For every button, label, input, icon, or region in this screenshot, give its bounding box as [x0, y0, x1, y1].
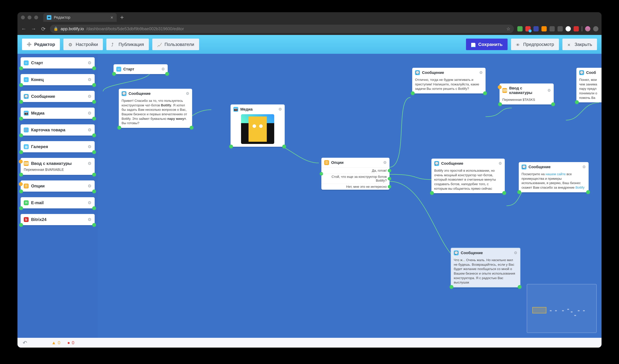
gear-icon[interactable]: ⚙ [514, 251, 517, 255]
port-in[interactable] [498, 102, 502, 106]
port-in[interactable] [19, 150, 23, 154]
sidebar-block-flow[interactable]: Старт⚙ [21, 57, 95, 69]
close-window-button[interactable] [21, 15, 25, 19]
minimize-window-button[interactable] [28, 15, 31, 19]
port-out[interactable] [502, 191, 506, 195]
reload-button[interactable]: ⟳ [40, 26, 46, 32]
port-out[interactable] [92, 190, 96, 193]
port-in[interactable] [411, 91, 415, 95]
port-out[interactable] [551, 102, 555, 106]
tab-close-icon[interactable]: × [111, 15, 113, 20]
gear-icon[interactable]: ⚙ [88, 60, 92, 65]
option-row[interactable]: Да, готов! [321, 168, 390, 174]
option-row[interactable]: Нет, мне это не интересно [321, 183, 390, 190]
tab-users[interactable]: Пользователи [152, 39, 199, 50]
sidebar-block-mail[interactable]: E-mail⚙ [21, 197, 95, 208]
minimap-viewport[interactable] [532, 307, 546, 313]
sidebar-block-card[interactable]: Карточка товара⚙ [21, 124, 95, 136]
extension-icon[interactable] [541, 26, 547, 31]
port-out[interactable] [483, 91, 487, 95]
maximize-window-button[interactable] [34, 15, 38, 19]
port-in[interactable] [19, 206, 23, 210]
minimap[interactable] [527, 284, 597, 333]
port-in[interactable] [19, 190, 23, 193]
node-start[interactable]: Старт⚙ [113, 64, 168, 74]
extension-icon[interactable] [558, 26, 563, 31]
port-out[interactable] [92, 83, 96, 87]
port-in[interactable] [517, 190, 521, 194]
port-in[interactable] [19, 100, 23, 104]
tab-editor[interactable]: Редактор [22, 39, 60, 50]
port-in[interactable] [19, 83, 23, 87]
node-message-tasks[interactable]: Сообщение⚙ Отлично, тогда не будем затяг… [412, 68, 486, 93]
sidebar-block-bx[interactable]: Bitrix24⚙ [21, 214, 95, 225]
gear-icon[interactable]: ⚙ [88, 144, 92, 149]
sidebar-block-flow[interactable]: Конец⚙ [21, 74, 95, 85]
port-out[interactable] [92, 223, 96, 227]
node-message-about[interactable]: Сообщение⚙ Botlify это простой в использ… [431, 159, 505, 193]
port-in[interactable] [575, 100, 579, 104]
port-in[interactable] [229, 145, 233, 148]
extension-icon[interactable] [574, 26, 579, 31]
port-in[interactable] [19, 133, 23, 137]
sidebar-block-msg[interactable]: Сообщение⚙ [21, 91, 95, 102]
port-out[interactable] [92, 117, 96, 121]
save-button[interactable]: Сохранить [466, 39, 507, 50]
port-in-trigger[interactable] [19, 182, 23, 186]
sidebar-block-gal[interactable]: Галерея⚙ [21, 141, 95, 152]
port-out[interactable] [388, 169, 391, 172]
port-in-trigger[interactable] [498, 85, 502, 89]
node-media[interactable]: Медиа⚙ [231, 104, 285, 147]
port-out[interactable] [92, 173, 96, 177]
port-out[interactable] [190, 126, 194, 130]
port-out[interactable] [165, 72, 169, 76]
gear-icon[interactable]: ⚙ [278, 107, 282, 112]
node-message-clipped[interactable]: Сооб Понял, мои чем занима пару предл по… [577, 68, 602, 102]
undo-button[interactable]: ↶ [23, 340, 27, 346]
bookmark-star-icon[interactable]: ☆ [506, 26, 510, 32]
port-in[interactable] [19, 173, 23, 177]
gear-icon[interactable]: ⚙ [582, 165, 586, 169]
port-out[interactable] [518, 285, 521, 289]
port-out[interactable] [92, 133, 96, 137]
option-row[interactable]: Стой, что еще за конструктор ботов Botli… [321, 174, 390, 183]
extension-icon[interactable] [534, 26, 539, 31]
gear-icon[interactable]: ⚙ [88, 200, 92, 205]
sidebar-block-kb[interactable]: Ввод с клавиатуры⚙Переменная $VARIABLE [21, 158, 95, 175]
blocks-sidebar[interactable]: Старт⚙Конец⚙Сообщение⚙Медиа⚙Карточка тов… [17, 54, 98, 338]
new-tab-button[interactable]: + [120, 14, 124, 21]
port-out[interactable] [92, 100, 96, 104]
node-options[interactable]: Опции⚙ Да, готов! Стой, что еще за конст… [321, 158, 390, 190]
browser-tab[interactable]: Редактор × [43, 13, 117, 22]
gear-icon[interactable]: ⚙ [88, 94, 92, 99]
gear-icon[interactable]: ⚙ [547, 88, 551, 93]
port-out[interactable] [92, 66, 96, 70]
port-in[interactable] [430, 191, 434, 195]
node-message-intro[interactable]: Сообщение⚙ Привет! Спасибо за то, что по… [119, 89, 192, 128]
port-out[interactable] [388, 185, 391, 188]
gear-icon[interactable]: ⚙ [498, 161, 502, 166]
port-in[interactable] [19, 223, 23, 227]
gear-icon[interactable]: ⚙ [186, 91, 189, 96]
node-keyboard-input[interactable]: Ввод с клавиатуры⚙ Переменная $TASKS [500, 84, 554, 104]
extension-icon[interactable] [525, 26, 531, 31]
port-out[interactable] [282, 145, 286, 148]
port-out[interactable] [92, 206, 96, 210]
back-button[interactable]: ← [21, 26, 27, 32]
profile-avatar[interactable] [585, 26, 590, 31]
port-in[interactable] [19, 117, 23, 121]
gear-icon[interactable]: ⚙ [161, 67, 165, 71]
gear-icon[interactable]: ⚙ [88, 217, 92, 222]
extension-icon[interactable] [517, 26, 522, 31]
gear-icon[interactable]: ⚙ [88, 161, 92, 166]
address-bar[interactable]: 🔒 app.botlify.io/dashboard/bots/5de53dbf… [50, 25, 514, 33]
port-in-trigger[interactable] [19, 160, 23, 164]
gear-icon[interactable]: ⚙ [88, 127, 92, 132]
port-in[interactable] [112, 72, 116, 76]
tab-settings[interactable]: Настройки [63, 39, 103, 50]
gear-icon[interactable]: ⚙ [88, 183, 92, 188]
port-out[interactable] [92, 150, 96, 154]
gear-icon[interactable]: ⚙ [88, 111, 92, 116]
close-button[interactable]: Закрыть [563, 39, 597, 50]
menu-button[interactable] [593, 26, 598, 31]
